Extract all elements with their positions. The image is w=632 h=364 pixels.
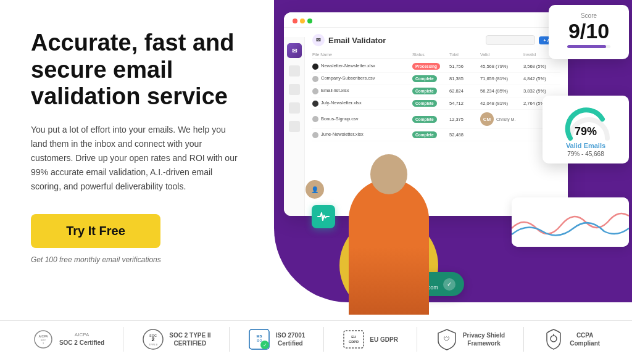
- app-logo: ✉: [287, 43, 302, 58]
- wave-chart-card: [512, 197, 629, 247]
- left-panel: Accurate, fast and secure email validati…: [0, 0, 272, 364]
- traffic-lights: [293, 19, 312, 23]
- svg-rect-0: [512, 197, 629, 247]
- valid-emails-label: Valid Emails: [550, 142, 622, 149]
- gauge-card: 79% Valid Emails 79% - 45,668: [543, 96, 629, 163]
- gauge-container: 79%: [564, 104, 607, 138]
- table-header: File Name Status Total Valid Invalid: [312, 51, 560, 59]
- score-card: Score 9/10: [549, 5, 629, 59]
- valid-count: 79% - 45,668: [550, 151, 622, 157]
- table-row: Company-Subscribers.csv Complete 81,385 …: [312, 73, 560, 85]
- table-row: Newsletter-Newsletter.xlsx Processing 51…: [312, 60, 560, 73]
- table-row: Bonus-Signup.csv Complete 12,375 CM Chri…: [312, 110, 560, 129]
- row-dot: [312, 64, 318, 70]
- pulse-icon: [312, 205, 335, 228]
- cta-button[interactable]: Try It Free: [31, 214, 160, 248]
- table-row: June-Newsletter.xlsx Complete 52,488: [312, 129, 560, 141]
- email-validator-title: ✉ Email Validator + Add: [312, 34, 560, 46]
- wave-chart-svg: [512, 197, 629, 247]
- dashboard-content: ✉ Email Validator + Add File Name Status…: [305, 28, 568, 147]
- search-input-mock: [486, 35, 535, 45]
- person-head: [370, 154, 407, 194]
- avatar: CM: [480, 112, 494, 126]
- sidebar-icon-3: [289, 102, 300, 114]
- sidebar-icon-1: [289, 65, 300, 77]
- file-table: File Name Status Total Valid Invalid New…: [312, 51, 560, 141]
- score-bar: [567, 45, 610, 48]
- tl-red: [293, 19, 297, 23]
- description: You put a lot of effort into your emails…: [31, 123, 241, 194]
- valid-check-icon: ✓: [443, 278, 455, 291]
- sidebar-icon-2: [289, 84, 300, 95]
- row-dot: [312, 76, 318, 82]
- table-row: July-Newsletter.xlsx Complete 54,712 42,…: [312, 97, 560, 110]
- sidebar-icons: ✉: [284, 37, 305, 216]
- main-container: Accurate, fast and secure email validati…: [0, 0, 632, 364]
- tl-green: [307, 19, 312, 23]
- row-dot: [312, 101, 318, 107]
- headline: Accurate, fast and secure email validati…: [31, 30, 247, 110]
- person-figure: [333, 167, 444, 315]
- email-icon: ✉: [312, 34, 325, 46]
- score-bar-fill: [567, 45, 606, 48]
- cta-subtext: Get 100 free monthly email verifications: [31, 255, 247, 264]
- right-panel: ✉ ✉ Email Validator + Add: [272, 0, 632, 364]
- gauge-percent: 79%: [575, 125, 597, 138]
- tl-yellow: [300, 19, 305, 23]
- table-row: Email-list.xlsx Complete 62,824 56,234 (…: [312, 85, 560, 97]
- row-dot: [312, 88, 318, 94]
- row-dot: [312, 116, 318, 122]
- pulse-svg: [317, 210, 330, 223]
- row-dot: [312, 132, 318, 138]
- person-silhouette: [349, 179, 429, 315]
- score-label: Score: [556, 12, 622, 19]
- avatar-bottom: 👤: [306, 180, 324, 199]
- score-value: 9/10: [556, 20, 622, 41]
- sidebar-icon-4: [289, 121, 300, 132]
- dashboard-header: [284, 12, 568, 28]
